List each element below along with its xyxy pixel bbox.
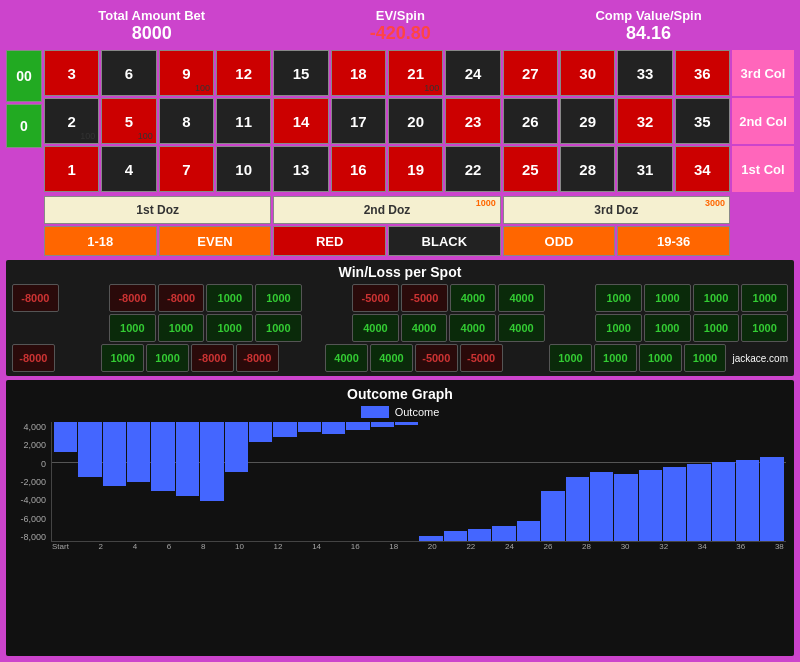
num-cell-10[interactable]: 10: [216, 146, 271, 192]
bar-5: [176, 422, 199, 496]
num-cell-32[interactable]: 32: [617, 98, 672, 144]
bar-10: [298, 422, 321, 432]
num-cell-28[interactable]: 28: [560, 146, 615, 192]
wl-cell-0-3: -8000: [158, 284, 205, 312]
wl-cell-2-13: 1000: [594, 344, 637, 372]
col-3rd[interactable]: 3rd Col: [732, 50, 794, 96]
wl-cell-0-11: [547, 284, 593, 312]
num-cell-13[interactable]: 13: [273, 146, 328, 192]
wl-cell-0-9: 4000: [450, 284, 497, 312]
num-cell-31[interactable]: 31: [617, 146, 672, 192]
num-cell-6[interactable]: 6: [101, 50, 156, 96]
roulette-table: 00 0 36910012151821100242730333621005100…: [6, 50, 794, 256]
bar-21: [566, 477, 589, 541]
wl-cell-2-8: 4000: [370, 344, 413, 372]
col-2nd[interactable]: 2nd Col: [732, 98, 794, 144]
num-cell-22[interactable]: 22: [445, 146, 500, 192]
num-cell-5[interactable]: 5100: [101, 98, 156, 144]
chart-x-labels: Start2468101214161820222426283032343638: [50, 542, 786, 551]
bar-1: [78, 422, 101, 477]
bar-3: [127, 422, 150, 482]
dozen-1st[interactable]: 1st Doz: [44, 196, 271, 224]
num-cell-2[interactable]: 2100: [44, 98, 99, 144]
wl-cell-0-14: 1000: [693, 284, 740, 312]
comp-block: Comp Value/Spin 84.16: [595, 8, 701, 44]
wl-cell-2-3: 1000: [146, 344, 189, 372]
bet-even[interactable]: EVEN: [159, 226, 272, 256]
x-label: 34: [698, 542, 707, 551]
num-cell-36[interactable]: 36: [675, 50, 730, 96]
bar-9: [273, 422, 296, 437]
num-cell-15[interactable]: 15: [273, 50, 328, 96]
num-cell-20[interactable]: 20: [388, 98, 443, 144]
winloss-section: Win/Loss per Spot -8000-8000-80001000100…: [6, 260, 794, 376]
bar-26: [687, 464, 710, 541]
num-cell-18[interactable]: 18: [331, 50, 386, 96]
num-cell-8[interactable]: 8: [159, 98, 214, 144]
num-cell-7[interactable]: 7: [159, 146, 214, 192]
zero[interactable]: 0: [6, 104, 42, 148]
num-cell-24[interactable]: 24: [445, 50, 500, 96]
dozen-3rd[interactable]: 3rd Doz 3000: [503, 196, 730, 224]
graph-title: Outcome Graph: [14, 386, 786, 402]
wl-cell-1-9: 4000: [449, 314, 496, 342]
bet-label-9: 100: [195, 83, 210, 93]
wl-cell-1-0: [12, 314, 58, 342]
num-cell-14[interactable]: 14: [273, 98, 328, 144]
x-label: 32: [659, 542, 668, 551]
num-cell-12[interactable]: 12: [216, 50, 271, 96]
wl-cell-2-7: 4000: [325, 344, 368, 372]
dozen-2nd-bet: 1000: [476, 198, 496, 208]
bar-12: [346, 422, 369, 430]
bet-label-5: 100: [138, 131, 153, 141]
wl-grid: -8000-8000-800010001000-5000-50004000400…: [12, 284, 788, 372]
wl-cell-0-6: [304, 284, 350, 312]
num-cell-35[interactable]: 35: [675, 98, 730, 144]
bar-20: [541, 491, 564, 541]
num-cell-11[interactable]: 11: [216, 98, 271, 144]
num-cell-23[interactable]: 23: [445, 98, 500, 144]
num-cell-21[interactable]: 21100: [388, 50, 443, 96]
num-cell-17[interactable]: 17: [331, 98, 386, 144]
wl-cell-2-14: 1000: [639, 344, 682, 372]
bar-6: [200, 422, 223, 501]
bar-25: [663, 467, 686, 541]
wl-cell-2-1: [57, 344, 99, 372]
x-label: 10: [235, 542, 244, 551]
num-cell-3[interactable]: 3: [44, 50, 99, 96]
bet-red[interactable]: RED: [273, 226, 386, 256]
ev-value: -420.80: [370, 23, 431, 44]
wl-cell-1-13: 1000: [644, 314, 691, 342]
num-cell-19[interactable]: 19: [388, 146, 443, 192]
main-container: Total Amount Bet 8000 EV/Spin -420.80 Co…: [0, 0, 800, 662]
bar-23: [614, 474, 637, 541]
bar-2: [103, 422, 126, 486]
bet-odd[interactable]: ODD: [503, 226, 616, 256]
numbers-grid: 3691001215182110024273033362100510081114…: [44, 50, 730, 192]
wl-cell-1-14: 1000: [693, 314, 740, 342]
num-cell-29[interactable]: 29: [560, 98, 615, 144]
x-label: Start: [52, 542, 69, 551]
num-cell-30[interactable]: 30: [560, 50, 615, 96]
x-label: 6: [167, 542, 171, 551]
bar-14: [395, 422, 418, 425]
num-cell-34[interactable]: 34: [675, 146, 730, 192]
dozen-2nd[interactable]: 2nd Doz 1000: [273, 196, 500, 224]
col-1st[interactable]: 1st Col: [732, 146, 794, 192]
bet-19-36[interactable]: 19-36: [617, 226, 730, 256]
num-cell-27[interactable]: 27: [503, 50, 558, 96]
stats-row: Total Amount Bet 8000 EV/Spin -420.80 Co…: [6, 6, 794, 46]
num-cell-25[interactable]: 25: [503, 146, 558, 192]
bet-1-18[interactable]: 1-18: [44, 226, 157, 256]
num-cell-9[interactable]: 9100: [159, 50, 214, 96]
bar-7: [225, 422, 248, 472]
bar-17: [468, 529, 491, 541]
double-zero[interactable]: 00: [6, 50, 42, 102]
num-cell-4[interactable]: 4: [101, 146, 156, 192]
bet-black[interactable]: BLACK: [388, 226, 501, 256]
y-label: -4,000: [14, 495, 46, 505]
num-cell-26[interactable]: 26: [503, 98, 558, 144]
num-cell-1[interactable]: 1: [44, 146, 99, 192]
num-cell-16[interactable]: 16: [331, 146, 386, 192]
num-cell-33[interactable]: 33: [617, 50, 672, 96]
